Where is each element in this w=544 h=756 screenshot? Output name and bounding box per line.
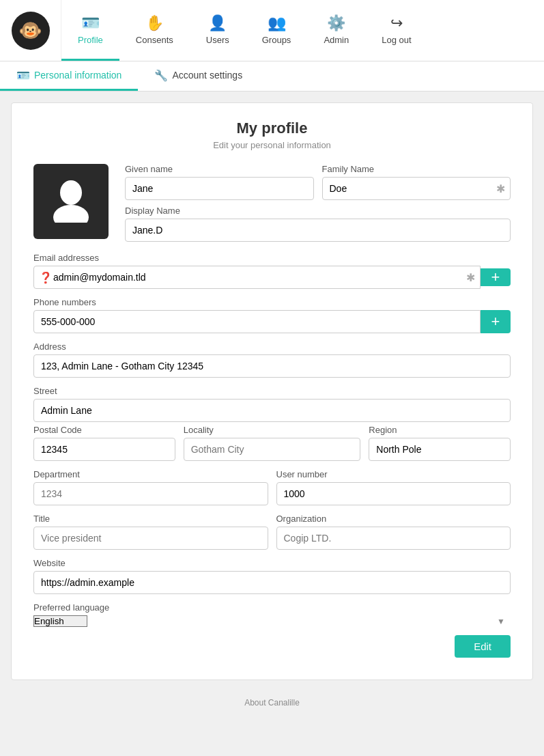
phone-label: Phone numbers bbox=[33, 297, 511, 307]
name-row: Given name Family Name ✱ bbox=[125, 164, 511, 200]
email-label: Email addresses bbox=[33, 253, 511, 263]
region-label: Region bbox=[369, 425, 511, 435]
website-label: Website bbox=[33, 558, 511, 568]
title-input[interactable] bbox=[33, 527, 268, 550]
nav-users-label: Users bbox=[206, 35, 229, 45]
display-name-label: Display Name bbox=[125, 206, 511, 216]
account-settings-icon: 🔧 bbox=[154, 69, 168, 82]
postal-code-label: Postal Code bbox=[33, 425, 175, 435]
email-row: ❓ ✱ + bbox=[33, 266, 511, 289]
nav-item-profile[interactable]: 🪪 Profile bbox=[61, 0, 119, 61]
dept-user-row: Department User number bbox=[33, 469, 511, 505]
email-input[interactable] bbox=[33, 266, 481, 289]
locality-input[interactable] bbox=[184, 438, 361, 461]
avatar bbox=[33, 164, 109, 239]
family-name-input-wrap: ✱ bbox=[322, 177, 511, 200]
preferred-language-select[interactable]: English French German Spanish bbox=[33, 615, 87, 627]
card-title: My profile bbox=[33, 120, 511, 137]
postal-code-input[interactable] bbox=[33, 438, 175, 461]
add-email-button[interactable]: + bbox=[481, 268, 511, 286]
avatar-icon bbox=[49, 175, 93, 228]
title-field: Title bbox=[33, 514, 268, 550]
postal-code-field: Postal Code bbox=[33, 425, 175, 461]
family-name-label: Family Name bbox=[322, 164, 511, 174]
user-number-label: User number bbox=[276, 469, 511, 479]
groups-icon: 👥 bbox=[268, 14, 286, 32]
given-name-field: Given name bbox=[125, 164, 314, 200]
nav-item-groups[interactable]: 👥 Groups bbox=[246, 0, 308, 61]
personal-info-icon: 🪪 bbox=[16, 69, 30, 82]
sub-nav: 🪪 Personal information 🔧 Account setting… bbox=[0, 61, 544, 92]
nav-item-users[interactable]: 👤 Users bbox=[190, 0, 246, 61]
display-name-field: Display Name bbox=[125, 206, 511, 242]
family-name-input[interactable] bbox=[322, 177, 511, 200]
nav-items: 🪪 Profile ✋ Consents 👤 Users 👥 Groups ⚙️… bbox=[61, 0, 544, 61]
user-number-input[interactable] bbox=[276, 482, 511, 505]
svg-point-1 bbox=[53, 205, 89, 223]
nav-groups-label: Groups bbox=[262, 35, 291, 45]
main-content: My profile Edit your personal informatio… bbox=[0, 92, 544, 691]
subnav-account[interactable]: 🔧 Account settings bbox=[138, 61, 259, 91]
organization-field: Organization bbox=[276, 514, 511, 550]
chevron-down-icon: ▼ bbox=[497, 617, 505, 626]
name-fields: Given name Family Name ✱ Display Name bbox=[125, 164, 511, 242]
display-name-input[interactable] bbox=[125, 219, 511, 242]
street-input[interactable] bbox=[33, 399, 511, 422]
locality-field: Locality bbox=[184, 425, 361, 461]
card-subtitle: Edit your personal information bbox=[33, 140, 511, 150]
given-name-label: Given name bbox=[125, 164, 314, 174]
logout-icon: ↪ bbox=[390, 14, 403, 32]
preferred-language-label: Preferred language bbox=[33, 602, 511, 613]
phone-input[interactable] bbox=[33, 310, 481, 333]
help-icon: ❓ bbox=[39, 271, 53, 284]
footer: About Canalille bbox=[0, 691, 544, 714]
organization-input[interactable] bbox=[276, 527, 511, 550]
email-star-icon: ✱ bbox=[466, 271, 475, 284]
subnav-account-label: Account settings bbox=[172, 70, 242, 81]
street-label: Street bbox=[33, 386, 511, 396]
department-label: Department bbox=[33, 469, 268, 479]
nav-item-logout[interactable]: ↪ Log out bbox=[365, 0, 427, 61]
nav-item-consents[interactable]: ✋ Consents bbox=[119, 0, 190, 61]
profile-icon: 🪪 bbox=[81, 14, 100, 32]
nav-admin-label: Admin bbox=[324, 35, 349, 45]
preferred-language-wrap: English French German Spanish ▼ bbox=[33, 615, 511, 627]
logo-icon: 🐵 bbox=[12, 12, 50, 50]
profile-card: My profile Edit your personal informatio… bbox=[11, 102, 533, 680]
region-input[interactable] bbox=[369, 438, 511, 461]
address-fields-row: Postal Code Locality Region bbox=[33, 425, 511, 461]
subnav-personal[interactable]: 🪪 Personal information bbox=[0, 61, 138, 91]
svg-point-0 bbox=[60, 180, 82, 205]
nav-bar: 🐵 🪪 Profile ✋ Consents 👤 Users 👥 Groups … bbox=[0, 0, 544, 61]
department-field: Department bbox=[33, 469, 268, 505]
nav-consents-label: Consents bbox=[136, 35, 173, 45]
locality-label: Locality bbox=[184, 425, 361, 435]
address-input[interactable] bbox=[33, 354, 511, 378]
phone-row: + bbox=[33, 310, 511, 333]
region-field: Region bbox=[369, 425, 511, 461]
organization-label: Organization bbox=[276, 514, 511, 524]
add-phone-button[interactable]: + bbox=[481, 310, 511, 333]
profile-top: Given name Family Name ✱ Display Name bbox=[33, 164, 511, 242]
edit-button[interactable]: Edit bbox=[455, 635, 511, 658]
nav-logout-label: Log out bbox=[382, 35, 411, 45]
footer-text: About Canalille bbox=[244, 698, 300, 708]
admin-icon: ⚙️ bbox=[327, 14, 345, 32]
title-org-row: Title Organization bbox=[33, 514, 511, 550]
star-icon: ✱ bbox=[496, 182, 505, 195]
subnav-personal-label: Personal information bbox=[34, 70, 121, 81]
nav-profile-label: Profile bbox=[78, 35, 103, 45]
website-input[interactable] bbox=[33, 571, 511, 594]
address-label: Address bbox=[33, 341, 511, 352]
title-label: Title bbox=[33, 514, 268, 524]
nav-item-admin[interactable]: ⚙️ Admin bbox=[307, 0, 365, 61]
family-name-field: Family Name ✱ bbox=[322, 164, 511, 200]
given-name-input[interactable] bbox=[125, 177, 314, 200]
email-input-wrap: ❓ ✱ bbox=[33, 266, 481, 289]
nav-logo: 🐵 bbox=[0, 0, 61, 61]
consents-icon: ✋ bbox=[145, 14, 164, 32]
users-icon: 👤 bbox=[208, 14, 227, 32]
department-input[interactable] bbox=[33, 482, 268, 505]
user-number-field: User number bbox=[276, 469, 511, 505]
